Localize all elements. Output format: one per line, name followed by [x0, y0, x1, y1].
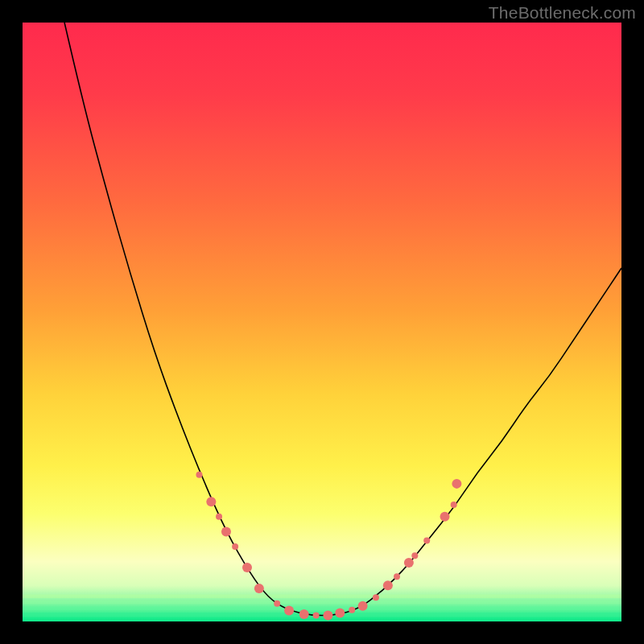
curve-marker — [254, 584, 264, 593]
bottleneck-chart — [23, 23, 621, 621]
curve-marker — [383, 580, 393, 590]
svg-rect-2 — [23, 601, 621, 604]
curve-marker — [335, 609, 345, 618]
curve-marker — [411, 552, 418, 559]
curve-marker — [451, 502, 457, 508]
curve-marker — [299, 609, 309, 619]
chart-frame: TheBottleneck.com — [0, 0, 644, 644]
curve-marker — [196, 472, 202, 478]
svg-rect-3 — [23, 606, 621, 609]
curve-marker — [373, 594, 379, 601]
curve-marker — [394, 573, 400, 580]
curve-marker — [323, 611, 332, 621]
curve-marker — [221, 526, 231, 536]
curve-marker — [216, 514, 222, 520]
svg-rect-5 — [23, 617, 621, 621]
curve-marker — [349, 607, 355, 613]
curve-marker — [313, 613, 320, 619]
curve-marker — [358, 601, 368, 611]
watermark-text: TheBottleneck.com — [489, 3, 636, 23]
curve-marker — [284, 606, 294, 616]
curve-marker — [242, 563, 252, 572]
svg-rect-1 — [23, 595, 621, 598]
curve-marker — [206, 497, 216, 506]
curve-marker — [440, 512, 450, 522]
curve-marker — [452, 479, 461, 489]
curve-marker — [274, 601, 280, 607]
curve-marker — [232, 543, 238, 550]
curve-marker — [423, 538, 430, 544]
gradient-background — [23, 23, 621, 621]
curve-marker — [404, 558, 414, 568]
